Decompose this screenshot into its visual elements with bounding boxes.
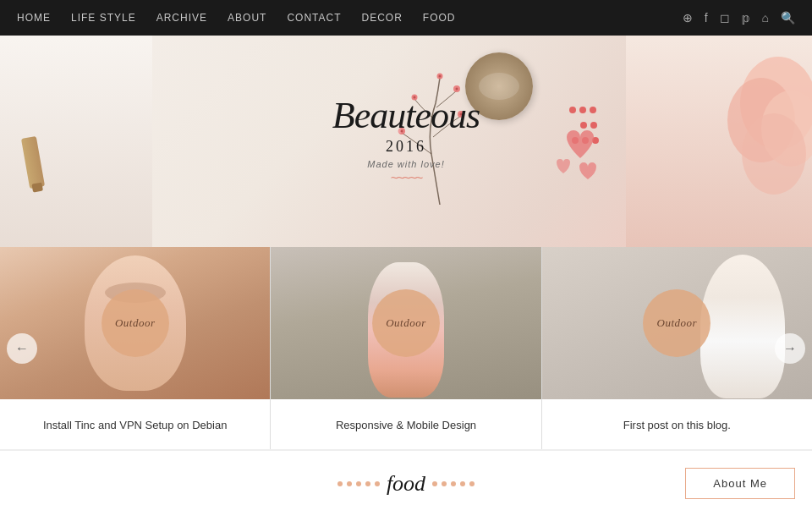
nav-home[interactable]: HOME [17,12,51,24]
logo-tagline: Made with love! [332,159,480,169]
nav-about[interactable]: ABOUT [228,12,266,24]
instagram-icon[interactable]: ◻ [720,11,730,25]
about-me-button[interactable]: About Me [685,468,795,499]
nav-social-icons: ⊕ f ◻ 𝕡 ⌂ 🔍 [683,11,795,25]
food-dots-left [337,481,380,486]
card-title-3[interactable]: First post on this blog. [542,399,812,449]
card-image-2: Outdoor [271,247,540,399]
card-title-1[interactable]: Install Tinc and VPN Setup on Debian [0,399,270,449]
nav-contact[interactable]: CONTACT [287,12,341,24]
card-title-2[interactable]: Responsive & Mobile Design [271,399,540,449]
squiggly-decoration: ~~~~~ [391,171,422,185]
footer-area: food About Me [0,450,812,516]
search-icon[interactable]: 🔍 [781,11,795,25]
dribbble-icon[interactable]: ⊕ [683,11,693,25]
facebook-icon[interactable]: f [705,11,708,25]
hearts-decoration [550,120,617,188]
food-section: food [17,471,795,497]
food-dot [442,481,447,486]
hero-logo: Beauteous 2016 Made with love! ~~~~~ [332,97,480,186]
card-person-3 [700,255,785,398]
nav-links: HOME LIFE STYLE ARCHIVE ABOUT CONTACT DE… [17,12,456,24]
food-dot [451,481,456,486]
card-badge-2[interactable]: Outdoor [372,289,440,357]
blog-card-2: Outdoor Responsive & Mobile Design [271,247,541,449]
logo-title: Beauteous [332,97,480,134]
logo-year: 2016 [332,138,480,156]
svg-point-14 [742,113,806,195]
card-badge-3[interactable]: Outdoor [643,289,710,357]
blog-card-1: Outdoor Install Tinc and VPN Setup on De… [0,247,271,449]
card-badge-1[interactable]: Outdoor [102,289,169,357]
food-dot [432,481,437,486]
food-dot [356,481,361,486]
blog-card-grid: Outdoor Install Tinc and VPN Setup on De… [0,247,812,450]
food-dot [337,481,343,486]
blog-card-3: Outdoor First post on this blog. [542,247,812,449]
flower-decoration [643,36,812,247]
main-nav: HOME LIFE STYLE ARCHIVE ABOUT CONTACT DE… [0,0,812,36]
next-arrow-button[interactable]: → [775,333,805,364]
card-image-3: Outdoor [542,247,812,399]
card-image-1: Outdoor [0,247,270,399]
prev-arrow-button[interactable]: ← [7,333,37,364]
food-dot [460,481,465,486]
food-dots-right [432,481,475,486]
nav-decor[interactable]: DECOR [362,12,403,24]
hero-banner: Beauteous 2016 Made with love! ~~~~~ [0,36,812,247]
logo-underline: ~~~~~ [332,171,480,186]
nav-lifestyle[interactable]: LIFE STYLE [71,12,136,24]
svg-point-10 [439,75,442,78]
skype-icon[interactable]: ⌂ [762,11,769,25]
nav-archive[interactable]: ARCHIVE [156,12,207,24]
food-dot [469,481,475,486]
food-dot [375,481,380,486]
nav-food[interactable]: FOOD [423,12,456,24]
food-label: food [387,471,425,497]
svg-point-9 [456,88,458,91]
food-dot [365,481,370,486]
blog-grid-wrapper: ← Outdoor Install Tinc and VPN Setup on … [0,247,812,450]
food-dot [347,481,352,486]
pinterest-icon[interactable]: 𝕡 [742,11,750,25]
